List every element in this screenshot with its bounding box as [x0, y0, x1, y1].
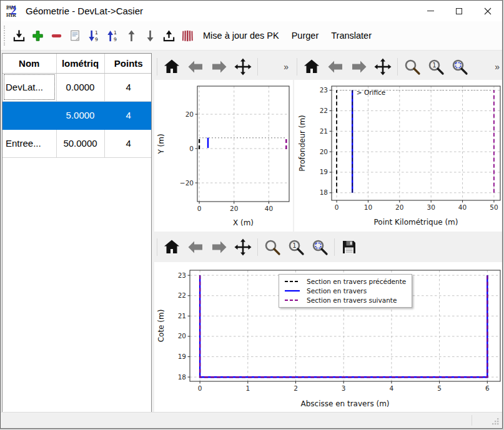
cell-name[interactable]: DevLat... — [2, 73, 56, 101]
translate-button[interactable]: Translater — [331, 31, 372, 41]
svg-text:−20: −20 — [180, 179, 194, 187]
svg-text:23: 23 — [178, 271, 186, 279]
home-button[interactable] — [302, 57, 321, 76]
svg-text:20: 20 — [185, 110, 194, 118]
add-button[interactable] — [30, 27, 45, 44]
svg-text:22: 22 — [320, 107, 328, 114]
table-row[interactable]: Entree... 50.0000 4 — [2, 129, 152, 157]
cell-points[interactable]: 4 — [104, 129, 152, 157]
export-icon — [162, 29, 176, 43]
save-button[interactable] — [340, 238, 358, 257]
svg-text:1: 1 — [113, 29, 116, 35]
column-header-nom[interactable]: Nom — [2, 54, 56, 73]
sections-table: Nom lométriq Points DevLat... 0.0000 4 5… — [2, 54, 152, 158]
svg-text:20: 20 — [320, 148, 328, 155]
magnifier-rect-icon — [311, 238, 329, 256]
plan-view-canvas[interactable]: 02040−20020X (m)Y (m) — [154, 80, 293, 232]
sort-ascending-icon: 1 9 — [106, 29, 120, 43]
cell-pk[interactable]: 0.0000 — [56, 73, 104, 101]
forward-arrow-icon — [210, 238, 228, 256]
home-icon — [163, 58, 180, 76]
svg-text:0: 0 — [198, 384, 202, 392]
maximize-button[interactable] — [445, 1, 473, 21]
edit-button[interactable] — [67, 27, 82, 44]
zoom-button[interactable] — [263, 238, 282, 257]
svg-text:21: 21 — [320, 127, 328, 135]
forward-button[interactable] — [350, 57, 368, 76]
pan-button[interactable] — [234, 57, 252, 76]
pan-button[interactable] — [373, 57, 392, 76]
update-pk-button[interactable]: Mise à jour des PK — [203, 31, 279, 41]
sort-descending-button[interactable]: 1 9 — [86, 27, 101, 44]
plan-view-toolbar: » — [154, 53, 293, 80]
stripes-button[interactable] — [180, 27, 195, 44]
svg-text:X (m): X (m) — [233, 218, 254, 227]
cell-name[interactable] — [2, 101, 56, 129]
delete-button[interactable] — [49, 27, 64, 44]
purge-button[interactable]: Purger — [292, 31, 319, 41]
zoom-original-button[interactable]: 1 — [287, 238, 305, 257]
longitudinal-profile-canvas[interactable]: 01020304050181920212223> OrificePoint Ki… — [294, 80, 503, 232]
export-button[interactable] — [161, 27, 176, 44]
svg-text:2: 2 — [294, 384, 298, 392]
home-icon — [163, 238, 180, 256]
back-button[interactable] — [186, 238, 205, 257]
svg-text:6: 6 — [485, 384, 490, 392]
svg-text:4: 4 — [390, 384, 394, 392]
svg-text:50: 50 — [490, 203, 498, 211]
cross-section-toolbar: 1 — [154, 232, 503, 262]
zoom-original-button[interactable]: 1 — [427, 57, 445, 76]
home-button[interactable] — [162, 238, 181, 257]
title-bar: PAM HYR 2 Géometrie - DevLat->Casier — [1, 1, 502, 21]
pan-icon — [234, 238, 252, 256]
cell-pk[interactable]: 5.0000 — [56, 101, 104, 129]
svg-text:9: 9 — [113, 37, 116, 42]
legend-entry: Section en travers suivante — [284, 295, 406, 305]
back-arrow-icon — [327, 58, 344, 76]
column-header-kilometrique[interactable]: lométriq — [56, 54, 104, 73]
forward-button[interactable] — [210, 57, 229, 76]
move-down-button[interactable] — [142, 27, 157, 44]
home-button[interactable] — [162, 57, 181, 76]
import-button[interactable] — [11, 27, 26, 44]
move-up-button[interactable] — [124, 27, 139, 44]
zoom-button[interactable] — [403, 57, 422, 76]
toolbar-drag-handle[interactable] — [4, 26, 5, 46]
zoom-rect-button[interactable] — [310, 238, 329, 257]
svg-text:Abscisse en travers (m): Abscisse en travers (m) — [300, 399, 389, 408]
svg-text:19: 19 — [178, 353, 186, 360]
cross-section-canvas[interactable]: 0123456181920212223Abscisse en travers (… — [154, 262, 503, 414]
content-area: Nom lométriq Points DevLat... 0.0000 4 5… — [1, 51, 502, 412]
cell-pk[interactable]: 50.0000 — [56, 129, 104, 157]
back-button[interactable] — [186, 57, 205, 76]
table-row-selected[interactable]: 5.0000 4 — [2, 101, 152, 129]
table-row[interactable]: DevLat... 0.0000 4 — [2, 73, 152, 101]
svg-text:1: 1 — [94, 29, 97, 35]
window-controls — [416, 1, 502, 21]
magnifier-one-icon: 1 — [287, 238, 305, 256]
toolbar-overflow-button[interactable]: » — [284, 62, 289, 72]
back-button[interactable] — [326, 57, 345, 76]
sort-ascending-button[interactable]: 1 9 — [105, 27, 120, 44]
pan-button[interactable] — [234, 238, 252, 257]
cell-points[interactable]: 4 — [104, 73, 152, 101]
minus-icon — [49, 29, 64, 43]
table-header-row: Nom lométriq Points — [2, 54, 152, 73]
toolbar-separator — [257, 238, 258, 256]
toolbar-overflow-button[interactable]: » — [495, 62, 500, 72]
magnifier-rect-icon — [451, 58, 468, 76]
magnifier-icon — [403, 58, 421, 76]
column-header-points[interactable]: Points — [104, 54, 152, 73]
svg-text:21: 21 — [178, 312, 186, 320]
resize-grip[interactable] — [492, 418, 500, 426]
svg-text:Point Kilométrique (m): Point Kilométrique (m) — [373, 218, 458, 227]
pan-icon — [234, 58, 252, 76]
svg-text:0: 0 — [197, 205, 202, 212]
cell-points[interactable]: 4 — [104, 101, 152, 129]
close-button[interactable] — [473, 1, 502, 21]
cell-name[interactable]: Entree... — [2, 129, 56, 157]
svg-text:> Orifice: > Orifice — [357, 89, 385, 96]
zoom-rect-button[interactable] — [450, 57, 469, 76]
minimize-button[interactable] — [416, 1, 445, 21]
forward-button[interactable] — [210, 238, 229, 257]
